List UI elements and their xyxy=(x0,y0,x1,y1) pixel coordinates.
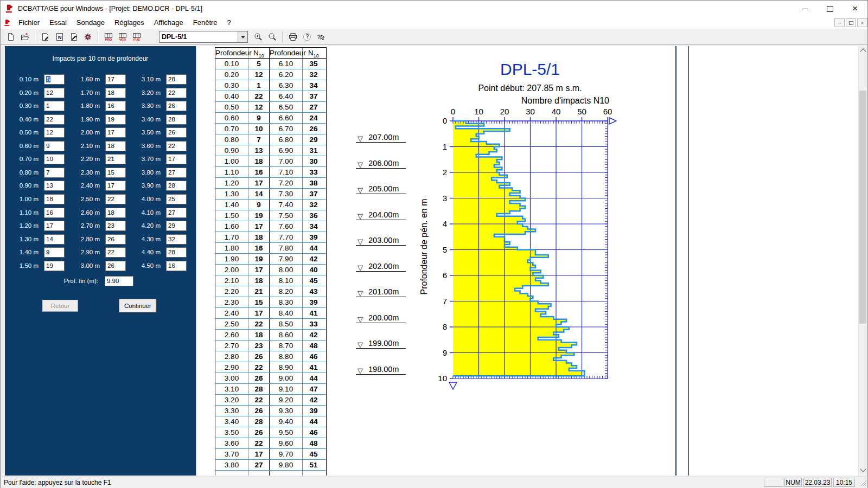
child-restore-button[interactable] xyxy=(846,18,856,27)
impact-input-0.50m[interactable]: 12 xyxy=(44,127,65,138)
elevation-triangle-icon: ▽ xyxy=(358,290,363,297)
open-project-button[interactable] xyxy=(18,31,31,43)
impact-input-2.10m[interactable]: 18 xyxy=(105,141,126,151)
table-cell: 9.00 xyxy=(270,373,303,383)
table-cell: 9 xyxy=(248,113,270,123)
close-button[interactable]: × xyxy=(843,1,867,17)
grid-fus-button[interactable]: FUS xyxy=(130,31,143,43)
impact-input-4.30m[interactable]: 32 xyxy=(166,234,187,245)
resize-grip[interactable] xyxy=(860,479,867,486)
impact-input-0.80m[interactable]: 7 xyxy=(44,168,65,178)
scroll-up-button[interactable] xyxy=(859,46,867,55)
impact-input-4.40m[interactable]: 28 xyxy=(166,247,187,258)
impact-input-3.10m[interactable]: 28 xyxy=(166,74,187,85)
document-n-button[interactable]: N xyxy=(53,31,66,43)
edit-test-button[interactable] xyxy=(39,31,52,43)
impact-input-2.90m[interactable]: 22 xyxy=(105,247,126,258)
impact-input-0.60m[interactable]: 9 xyxy=(44,141,65,151)
continuer-button[interactable]: Continuer xyxy=(119,299,156,312)
table-row: 0.3016.3034 xyxy=(215,80,326,91)
context-help-button[interactable]: ? xyxy=(315,31,328,43)
child-close-button[interactable]: × xyxy=(857,18,867,27)
impact-input-0.30m[interactable]: 1 xyxy=(44,101,65,111)
impact-input-2.50m[interactable]: 22 xyxy=(105,194,126,204)
menu-item-fichier[interactable]: Fichier xyxy=(14,17,44,29)
settings-button[interactable] xyxy=(81,31,94,43)
zoom-in-button[interactable] xyxy=(252,31,265,43)
impact-input-4.20m[interactable]: 29 xyxy=(166,221,187,231)
prof-fin-input[interactable]: 9.90 xyxy=(105,276,133,286)
impact-input-2.20m[interactable]: 21 xyxy=(105,154,126,164)
scrollbar-thumb[interactable] xyxy=(859,91,866,324)
sounding-selector[interactable]: DPL-5/1 xyxy=(159,31,248,43)
impact-input-1.40m[interactable]: 9 xyxy=(44,247,65,258)
menu-item-fentre[interactable]: Fenêtre xyxy=(188,17,222,29)
impact-input-2.40m[interactable]: 17 xyxy=(105,181,126,191)
impact-input-3.00m[interactable]: 26 xyxy=(105,261,126,271)
impact-input-0.20m[interactable]: 12 xyxy=(44,88,65,98)
impact-input-1.60m[interactable]: 17 xyxy=(105,74,126,85)
impact-input-3.40m[interactable]: 28 xyxy=(166,114,187,125)
impact-input-1.80m[interactable]: 16 xyxy=(105,101,126,111)
menu-item-help[interactable]: ? xyxy=(222,17,236,29)
menu-item-affichage[interactable]: Affichage xyxy=(149,17,188,29)
grid-pro-button[interactable]: PRO xyxy=(102,31,115,43)
hammer-test-button[interactable] xyxy=(67,31,80,43)
table-cell: 1.10 xyxy=(215,167,248,177)
impact-input-0.40m[interactable]: 22 xyxy=(44,114,65,125)
impact-input-3.90m[interactable]: 28 xyxy=(166,181,187,191)
elevation-label: 203.00m xyxy=(368,236,399,245)
table-cell: 42 xyxy=(303,395,324,405)
impact-input-2.00m[interactable]: 17 xyxy=(105,127,126,138)
impact-input-1.70m[interactable]: 18 xyxy=(105,88,126,98)
impact-input-1.90m[interactable]: 19 xyxy=(105,114,126,125)
impact-input-1.00m[interactable]: 18 xyxy=(44,194,65,204)
print-button[interactable] xyxy=(286,31,299,43)
impact-input-3.60m[interactable]: 22 xyxy=(166,141,187,151)
maximize-button[interactable] xyxy=(818,1,843,17)
impact-input-3.30m[interactable]: 26 xyxy=(166,101,187,111)
menu-item-essai[interactable]: Essai xyxy=(44,17,72,29)
impact-input-3.50m[interactable]: 26 xyxy=(166,127,187,138)
impact-input-4.50m[interactable]: 16 xyxy=(166,261,187,271)
menu-item-sondage[interactable]: Sondage xyxy=(72,17,110,29)
table-cell: 23 xyxy=(248,341,270,351)
impact-input-4.10m[interactable]: 27 xyxy=(166,208,187,218)
help-button[interactable]: ? xyxy=(301,31,314,43)
table-row: 0.70106.7026 xyxy=(215,124,326,134)
impact-depth-label: 4.10 m xyxy=(130,208,161,218)
elevation-label: 206.00m xyxy=(368,159,399,168)
impact-input-2.60m[interactable]: 18 xyxy=(105,208,126,218)
impact-depth-label: 2.30 m xyxy=(69,168,100,178)
impact-input-2.80m[interactable]: 26 xyxy=(105,234,126,245)
table-cell: 29 xyxy=(303,134,324,145)
table-cell: 41 xyxy=(303,308,324,318)
impact-input-1.50m[interactable]: 19 xyxy=(44,261,65,271)
table-cell: 7 xyxy=(248,134,270,145)
impact-input-2.70m[interactable]: 23 xyxy=(105,221,126,231)
impact-input-1.10m[interactable]: 16 xyxy=(44,208,65,218)
impact-input-0.90m[interactable]: 13 xyxy=(44,181,65,191)
retour-button[interactable]: Retour xyxy=(42,300,78,312)
impact-input-3.20m[interactable]: 22 xyxy=(166,88,187,98)
zoom-out-button[interactable] xyxy=(266,31,279,43)
impact-input-3.80m[interactable]: 27 xyxy=(166,168,187,178)
sounding-selector-value: DPL-5/1 xyxy=(162,31,187,42)
child-minimize-button[interactable] xyxy=(834,18,845,27)
impact-input-0.70m[interactable]: 10 xyxy=(44,154,65,164)
grid-ver-button[interactable]: VER xyxy=(116,31,129,43)
minimize-button[interactable] xyxy=(793,1,818,17)
combo-dropdown-button[interactable] xyxy=(238,31,247,42)
table-row: 2.50228.5033 xyxy=(215,319,326,330)
impact-input-3.70m[interactable]: 17 xyxy=(166,154,187,164)
impact-input-4.00m[interactable]: 25 xyxy=(166,194,187,204)
elevation-label: 201.00m xyxy=(368,287,399,296)
impact-input-2.30m[interactable]: 15 xyxy=(105,168,126,178)
scroll-down-button[interactable] xyxy=(859,466,867,476)
menu-item-réglages[interactable]: Réglages xyxy=(110,17,149,29)
vertical-scrollbar[interactable] xyxy=(858,46,867,476)
impact-input-0.10m[interactable]: 5 xyxy=(44,74,65,85)
new-document-button[interactable] xyxy=(4,31,17,43)
impact-input-1.20m[interactable]: 17 xyxy=(44,221,65,231)
impact-input-1.30m[interactable]: 14 xyxy=(44,234,65,245)
